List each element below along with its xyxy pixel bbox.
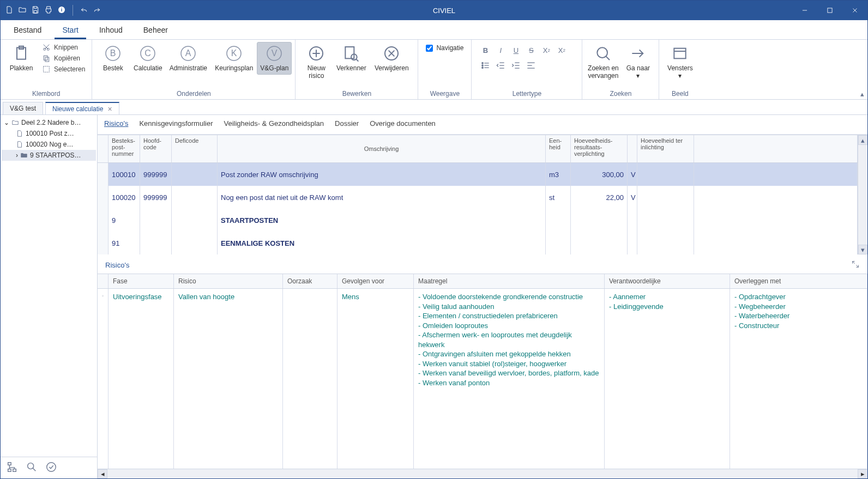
verkenner-button[interactable]: Verkenner [334,42,369,75]
posts-table: Besteks-post-nummer Hoofd-code Deficode … [98,135,867,254]
vensters-button[interactable]: Vensters ▾ [662,42,697,82]
scroll-down-icon[interactable]: ▾ [858,245,867,254]
subtab-kennisgeving[interactable]: Kennisgevingsformulier [139,119,213,130]
lower-panel-title: Risico's [105,261,129,269]
scroll-up-icon[interactable]: ▴ [858,135,867,145]
svg-rect-33 [13,469,16,472]
col-fase[interactable]: Fase [108,274,174,288]
new-file-icon[interactable] [5,5,14,16]
ribbon-collapse-icon[interactable]: ▴ [860,90,864,98]
check-icon[interactable] [45,461,57,475]
svg-text:C: C [145,48,152,58]
col-overleggen[interactable]: Overleggen met [730,274,867,288]
close-icon[interactable]: × [107,105,112,113]
indent-button[interactable] [510,59,522,71]
doctab-nieuwe-calculatie[interactable]: Nieuwe calculatie × [45,102,119,114]
table-row[interactable]: 100020999999Nog een post dat niet uit de… [98,186,858,209]
superscript-button[interactable]: X2 [556,44,568,56]
risico-row[interactable]: Uitvoeringsfase Vallen van hoogte Mens -… [98,289,867,469]
menu-start[interactable]: Start [55,21,86,39]
paste-button[interactable]: Plakken [4,42,39,75]
strike-button[interactable]: S [525,44,537,56]
nieuw-risico-button[interactable]: Nieuw risico [299,42,334,82]
italic-button[interactable]: I [495,44,507,56]
group-beeld-label: Beeld [662,89,697,98]
select-button[interactable]: Selecteren [39,64,88,75]
svg-point-26 [482,63,484,64]
chevron-down-icon: ▾ [636,72,640,80]
vertical-scrollbar[interactable]: ▴ ▾ [858,135,867,254]
subtab-vg-plan[interactable]: Veiligheids- & Gezondheidsplan [224,119,324,130]
subtab-overige[interactable]: Overige documenten [370,119,436,130]
underline-button[interactable]: U [510,44,522,56]
svg-rect-11 [44,66,50,72]
info-icon[interactable]: i [57,5,66,16]
ga-naar-button[interactable]: Ga naar ▾ [620,42,655,82]
verwijderen-button[interactable]: Verwijderen [369,42,414,75]
col-gevolgen[interactable]: Gevolgen voor [337,274,414,288]
chevron-down-icon: ▾ [678,72,682,80]
undo-icon[interactable] [80,5,88,16]
col-hoeveelheid-verplichting[interactable]: Hoeveelheids-resultaats-verplichting [571,135,628,162]
col-verantwoordelijke[interactable]: Verantwoordelijke [605,274,730,288]
vgplan-button[interactable]: V V&G-plan [257,42,292,75]
group-onderdelen-label: Onderdelen [95,89,292,98]
open-folder-icon[interactable] [18,5,27,16]
table-row[interactable]: 9STAARTPOSTEN [98,209,858,232]
keuringsplan-button[interactable]: K Keuringsplan [211,42,257,75]
scroll-left-icon[interactable]: ◂ [98,469,107,478]
col-risico[interactable]: Risico [174,274,283,288]
tree-item[interactable]: 100020 Nog e… [2,139,96,150]
svg-text:K: K [231,48,237,58]
redo-icon[interactable] [93,5,101,16]
horizontal-scrollbar[interactable]: ◂ ▸ [98,469,867,478]
minimize-button[interactable] [792,1,817,20]
cut-button[interactable]: Knippen [39,42,88,53]
subtab-risicos[interactable]: Risico's [104,119,128,130]
col-omschrijving[interactable]: Omschrijving [218,135,546,162]
table-row[interactable]: 100010999999Post zonder RAW omschrijving… [98,163,858,186]
outdent-button[interactable] [495,59,507,71]
col-hoofdcode[interactable]: Hoofd-code [140,135,172,162]
col-deficode[interactable]: Deficode [172,135,218,162]
administratie-button[interactable]: A Administratie [165,42,211,75]
menu-bestand[interactable]: Bestand [6,21,49,39]
table-row[interactable]: 91EENMALIGE KOSTEN [98,232,858,254]
col-eenheid[interactable]: Een-heid [546,135,571,162]
svg-point-28 [482,67,484,69]
scroll-right-icon[interactable]: ▸ [858,469,867,478]
navigatie-checkbox[interactable]: Navigatie [421,42,468,54]
doctab-vgtest[interactable]: V&G test [3,102,43,114]
col-bestekspostnummer[interactable]: Besteks-post-nummer [108,135,140,162]
bullets-button[interactable] [479,59,491,71]
tree-item[interactable]: 100010 Post z… [2,128,96,139]
print-icon[interactable] [44,5,53,16]
col-oorzaak[interactable]: Oorzaak [283,274,337,288]
col-hoeveelheid-inlichting[interactable]: Hoeveelheid ter inlichting [637,135,694,162]
hierarchy-icon[interactable] [6,461,18,475]
expand-panel-icon[interactable] [851,260,860,270]
calculatie-button[interactable]: C Calculatie [130,42,165,75]
tree-root[interactable]: ⌄ Deel 2.2 Nadere b… [2,117,96,128]
app-title: CIVIEL [101,7,787,15]
align-button[interactable] [525,59,537,71]
svg-point-27 [482,65,484,66]
save-icon[interactable] [31,5,40,16]
copy-button[interactable]: Kopiëren [39,53,88,64]
group-bewerken-label: Bewerken [299,89,414,98]
subscript-button[interactable]: X2 [540,44,552,56]
search-icon[interactable] [26,461,38,475]
maximize-button[interactable] [817,1,842,20]
col-maatregel[interactable]: Maatregel [414,274,605,288]
zoeken-vervangen-button[interactable]: Zoeken en vervangen [586,42,620,82]
bold-button[interactable]: B [479,44,491,56]
menubar: Bestand Start Inhoud Beheer [1,20,867,40]
menu-inhoud[interactable]: Inhoud [92,21,130,39]
close-button[interactable] [842,1,867,20]
svg-point-35 [47,463,56,472]
tree-item[interactable]: › 9 STAARTPOS… [2,150,96,161]
menu-beheer[interactable]: Beheer [136,21,176,39]
svg-text:i: i [61,7,63,13]
subtab-dossier[interactable]: Dossier [335,119,359,130]
bestek-button[interactable]: B Bestek [95,42,130,75]
